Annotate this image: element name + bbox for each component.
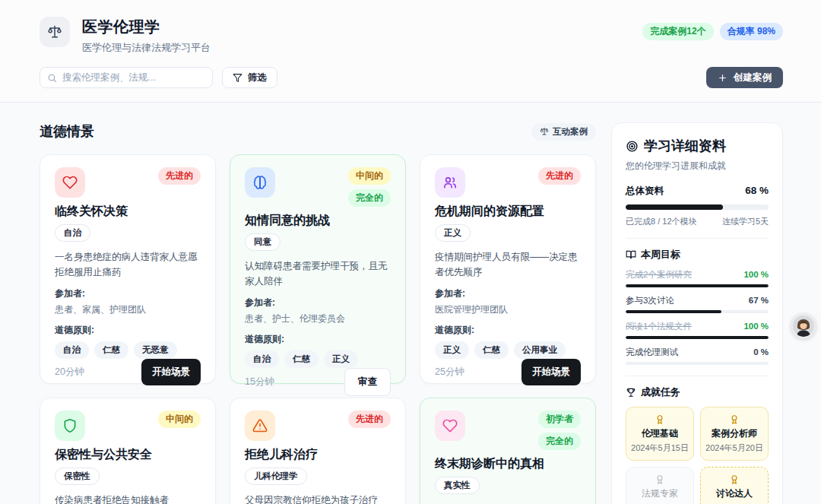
goal-label: 完成伦理测试 [626, 347, 678, 358]
achievement-card: 案例分析师 2024年5月20日 [700, 407, 769, 461]
medal-icon [629, 474, 690, 485]
scenario-card[interactable]: 中间的 保密性与公共安全 保密性 传染病患者拒绝告知接触者 参加者: [40, 398, 216, 504]
funnel-icon [233, 73, 242, 83]
scenario-description: 认知障碍患者需要护理干预，且无家人陪伴 [245, 258, 391, 289]
achievement-date: 2024年5月15日 [629, 442, 690, 454]
principles-label: 道德原则: [245, 333, 391, 346]
duration-label: 25分钟 [435, 366, 464, 379]
trophy-icon [626, 387, 636, 398]
modules-completed: 已完成8 / 12个模块 [626, 216, 697, 227]
achievements-title: 成就任务 [641, 385, 680, 399]
page-subtitle: 医学伦理与法律法规学习平台 [82, 41, 211, 55]
scales-icon [40, 17, 70, 47]
difficulty-badge: 先进的 [538, 167, 581, 185]
goal-row: 参与3次讨论 67 % [626, 295, 769, 313]
search-icon [47, 73, 57, 83]
scenario-description: 传染病患者拒绝告知接触者 [55, 493, 201, 504]
start-scenario-button[interactable]: 开始场景 [521, 359, 581, 385]
scenario-card[interactable]: 初学者 完全的 终末期诊断中的真相 真实性 家人要求不要告诉患者绝症诊断 参加者… [420, 398, 596, 504]
difficulty-badge: 先进的 [348, 410, 391, 428]
users-icon [435, 167, 465, 198]
scenario-title: 危机期间的资源配置 [435, 204, 581, 219]
scenario-card[interactable]: 先进的 危机期间的资源配置 正义 疫情期间护理人员有限——决定患者优先顺序 参加… [420, 154, 596, 384]
difficulty-badge: 先进的 [158, 167, 201, 185]
scenario-title: 临终关怀决策 [55, 204, 201, 219]
assistant-avatar[interactable] [791, 313, 816, 339]
goal-percent: 100 % [743, 322, 769, 331]
overall-label: 总体资料 [626, 185, 664, 198]
learning-sidebar: 学习详细资料 您的伦理学习进展和成就 总体资料 68 % 已完成8 / 12个模… [611, 122, 783, 504]
compliance-rate-badge: 合规率 98% [720, 23, 783, 40]
difficulty-badge: 初学者 [538, 410, 581, 428]
goal-percent: 0 % [753, 347, 769, 357]
overall-percent: 68 % [745, 185, 769, 196]
medal-icon [704, 474, 765, 485]
scenario-title: 知情同意的挑战 [245, 213, 391, 228]
achievement-name: 法规专家 [629, 487, 690, 500]
scenario-description: 一名身患绝症的病人违背家人意愿拒绝服用止痛药 [55, 249, 201, 280]
review-button[interactable]: 审查 [344, 368, 391, 396]
sidebar-title: 学习详细资料 [644, 137, 726, 155]
completed-cases-badge: 完成案例12个 [642, 23, 713, 40]
principles-label: 道德原则: [435, 324, 581, 337]
scenario-description: 疫情期间护理人员有限——决定患者优先顺序 [435, 249, 581, 280]
participants-label: 参加者: [435, 287, 581, 300]
heart-icon [435, 410, 465, 441]
category-tag: 正义 [435, 224, 471, 242]
participants-value: 患者、护士、伦理委员会 [245, 312, 391, 325]
goal-row: 完成2个案例研究 100 % [626, 269, 769, 287]
participants-label: 参加者: [245, 296, 391, 309]
category-tag: 同意 [245, 233, 281, 251]
achievement-name: 讨论达人 [704, 487, 765, 500]
principle-pill: 公用事业 [514, 341, 566, 359]
brain-icon [245, 167, 275, 198]
weekly-goals-title: 本周目标 [641, 248, 680, 262]
scenario-title: 终末期诊断中的真相 [435, 456, 581, 471]
duration-label: 20分钟 [55, 366, 84, 379]
category-tag: 保密性 [55, 468, 100, 485]
participants-value: 患者、家属、护理团队 [55, 303, 201, 316]
heart-icon [55, 167, 85, 198]
achievement-name: 案例分析师 [704, 427, 765, 440]
category-tag: 真实性 [435, 477, 480, 494]
book-open-icon [626, 249, 636, 260]
goal-label: 参与3次讨论 [626, 295, 674, 306]
scenario-card[interactable]: 中间的 完全的 知情同意的挑战 同意 认知障碍患者需要护理干预，且无家人陪伴 参… [230, 154, 406, 384]
participants-label: 参加者: [55, 287, 201, 300]
principle-pill: 正义 [435, 341, 469, 359]
scenario-card[interactable]: 先进的 临终关怀决策 自治 一名身患绝症的病人违背家人意愿拒绝服用止痛药 参加者… [40, 154, 216, 384]
goal-progress-bar [626, 310, 769, 313]
goal-label: 阅读1个法规文件 [626, 321, 692, 332]
category-tag: 儿科伦理学 [245, 468, 307, 485]
page-title: 医学伦理学 [82, 17, 211, 37]
target-icon [626, 140, 639, 153]
create-case-button[interactable]: 创建案例 [706, 67, 783, 88]
create-case-label: 创建案例 [734, 71, 772, 84]
goal-percent: 67 % [749, 296, 769, 305]
app-header: 医学伦理学 医学伦理与法律法规学习平台 完成案例12个 合规率 98% 筛选 创… [0, 0, 821, 103]
start-scenario-button[interactable]: 开始场景 [141, 359, 201, 385]
goal-progress-bar [626, 284, 769, 287]
scenario-title: 保密性与公共安全 [55, 447, 201, 462]
streak-days: 连续学习5天 [722, 216, 769, 227]
scales-icon [540, 127, 549, 136]
goal-row: 阅读1个法规文件 100 % [626, 321, 769, 339]
overall-progress-bar [626, 204, 769, 210]
principle-pill: 正义 [324, 350, 358, 368]
interactive-cases-label: 互动案例 [553, 126, 588, 138]
principle-pill: 仁慈 [474, 341, 509, 359]
principle-pill: 无恶意 [134, 341, 177, 359]
search-input[interactable] [62, 72, 205, 83]
status-badge: 完全的 [348, 189, 391, 207]
shield-icon [55, 410, 85, 441]
status-badge: 完全的 [538, 433, 581, 450]
scenario-grid: 先进的 临终关怀决策 自治 一名身患绝症的病人违背家人意愿拒绝服用止痛药 参加者… [40, 154, 596, 504]
filter-button[interactable]: 筛选 [222, 67, 277, 88]
alert-triangle-icon [245, 410, 275, 441]
goal-progress-bar [626, 362, 769, 365]
difficulty-badge: 中间的 [158, 410, 201, 428]
scenario-card[interactable]: 先进的 拒绝儿科治疗 儿科伦理学 父母因宗教信仰拒绝为孩子治疗 参加者: [230, 398, 406, 504]
search-box[interactable] [40, 67, 213, 88]
goal-percent: 100 % [743, 270, 769, 279]
section-title: 道德情景 [40, 122, 94, 141]
